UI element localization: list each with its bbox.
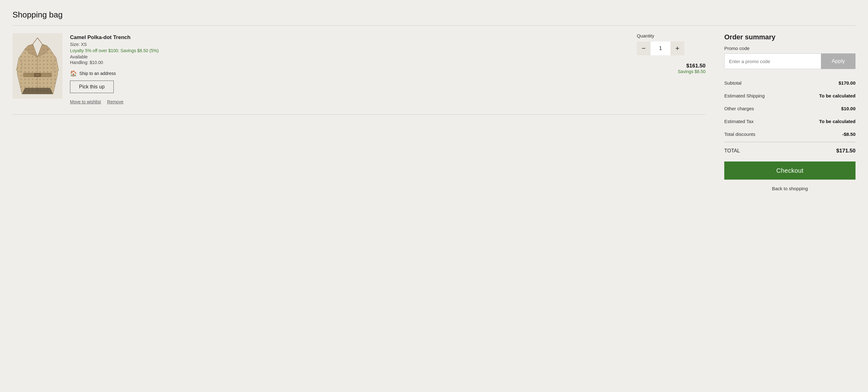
estimated-tax-value: To be calculated [819,119,856,124]
item-actions: Move to wishlist Remove [70,99,629,104]
other-charges-label: Other charges [724,106,754,111]
price-block: $161.50 Savings $8.50 [637,63,706,74]
item-availability: Available [70,54,629,59]
estimated-tax-label: Estimated Tax [724,119,754,124]
item-price: $161.50 [637,63,706,69]
quantity-price-block: Quantity − + $161.50 Savings $8.50 [637,33,706,74]
subtotal-label: Subtotal [724,80,741,86]
main-layout: Camel Polka-dot Trench Size: XS Loyalty … [12,33,856,191]
checkout-button[interactable]: Checkout [724,162,856,179]
page-title: Shopping bag [12,10,856,20]
subtotal-row: Subtotal $170.00 [724,76,856,89]
cart-item: Camel Polka-dot Trench Size: XS Loyalty … [12,33,706,113]
subtotal-value: $170.00 [839,80,856,86]
quantity-controls: − + [637,41,684,55]
item-savings: Savings $8.50 [637,69,706,74]
quantity-label: Quantity [637,33,654,38]
promo-row: Apply [724,54,856,69]
order-summary: Order summary Promo code Apply Subtotal … [724,33,856,191]
promo-code-label: Promo code [724,45,856,51]
promo-code-input[interactable] [724,54,821,69]
summary-rows: Subtotal $170.00 Estimated Shipping To b… [724,76,856,140]
title-divider [12,25,856,26]
quantity-increase-button[interactable]: + [671,41,684,55]
ship-to-address: 🏠 Ship to an address [70,70,629,77]
shipping-row: Estimated Shipping To be calculated [724,89,856,102]
ship-icon: 🏠 [70,70,77,77]
product-image-wrapper [12,33,62,99]
product-image [16,36,59,96]
ship-to-label: Ship to an address [80,71,116,76]
other-charges-value: $10.00 [841,106,856,111]
estimated-tax-row: Estimated Tax To be calculated [724,115,856,128]
item-name: Camel Polka-dot Trench [70,34,629,41]
quantity-input[interactable] [651,41,671,55]
total-label: TOTAL [724,148,740,154]
summary-divider [724,142,856,142]
move-to-wishlist-button[interactable]: Move to wishlist [70,99,101,104]
shipping-value: To be calculated [819,93,856,98]
item-handling: Handling: $10.00 [70,60,629,65]
quantity-decrease-button[interactable]: − [637,41,651,55]
total-discounts-row: Total discounts -$8.50 [724,128,856,140]
cart-section: Camel Polka-dot Trench Size: XS Loyalty … [12,33,706,115]
total-discounts-label: Total discounts [724,131,755,137]
item-details: Camel Polka-dot Trench Size: XS Loyalty … [70,33,629,104]
back-to-shopping-link[interactable]: Back to shopping [724,186,856,191]
cart-item-divider [12,114,706,115]
order-summary-title: Order summary [724,33,856,41]
pick-up-button[interactable]: Pick this up [70,80,114,93]
total-value: $171.50 [836,148,856,154]
item-size: Size: XS [70,42,629,47]
total-row: TOTAL $171.50 [724,143,856,162]
remove-button[interactable]: Remove [107,99,123,104]
shipping-label: Estimated Shipping [724,93,765,98]
apply-button[interactable]: Apply [821,54,856,69]
item-loyalty: Loyalty 5% off over $100: Savings $8.50 … [70,48,629,53]
other-charges-row: Other charges $10.00 [724,102,856,115]
total-discounts-value: -$8.50 [842,131,856,137]
